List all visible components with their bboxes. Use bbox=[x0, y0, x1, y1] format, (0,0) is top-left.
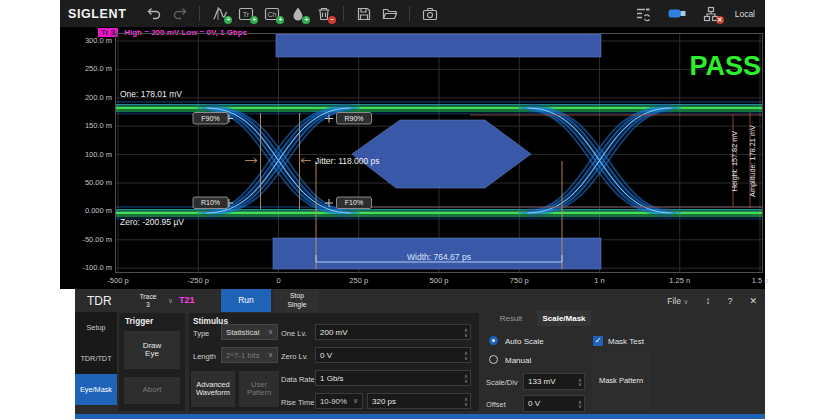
tab-setup[interactable]: Setup bbox=[75, 312, 117, 343]
trace-selector-chevron-icon[interactable]: ∨ bbox=[168, 297, 173, 305]
x-tick-label: 0 bbox=[276, 276, 280, 285]
x-tick-label: 1.25 n bbox=[669, 276, 690, 285]
mask-test-checkbox[interactable]: ✓ bbox=[593, 336, 603, 346]
length-dropdown[interactable]: 2^7-1 bits∨ bbox=[221, 347, 278, 363]
local-status-label: Local bbox=[735, 9, 755, 19]
usb-icon[interactable] bbox=[667, 4, 688, 23]
scale-div-stepper[interactable]: ∧∨ bbox=[578, 377, 582, 386]
lan-icon[interactable]: ✕ bbox=[701, 4, 722, 23]
eye-diagram-plot: F90% R90% R10% F10% One: 178.01 mV Zero:… bbox=[115, 33, 765, 273]
user-pattern-button[interactable]: User Pattern bbox=[239, 371, 279, 407]
rise-time-field[interactable]: 320 ps ∧∨ bbox=[367, 393, 471, 409]
manual-radio[interactable] bbox=[489, 355, 498, 364]
help-icon[interactable]: ? bbox=[727, 296, 732, 306]
rise-time-stepper[interactable]: ∧∨ bbox=[464, 397, 468, 406]
trace-name-label: T21 bbox=[179, 295, 195, 305]
y-tick-label: 150.0 m bbox=[66, 121, 112, 130]
undo-icon[interactable] bbox=[143, 4, 164, 23]
type-dropdown[interactable]: Statistical∨ bbox=[221, 324, 278, 340]
data-rate-field[interactable]: 1 Gb/s ∧∨ bbox=[315, 370, 471, 386]
y-tick-label: -50.00 m bbox=[66, 235, 112, 244]
trace-selector[interactable]: Trace 3 bbox=[131, 290, 165, 311]
auto-scale-radio[interactable] bbox=[489, 336, 498, 345]
mask-top-bar bbox=[276, 34, 601, 57]
stimulus-group: Stimulus Type Statistical∨ One Lv. 200 m… bbox=[189, 313, 479, 411]
scale-div-field[interactable]: 133 mV ∧∨ bbox=[523, 373, 585, 390]
add-channel-icon[interactable]: Ch+ bbox=[261, 4, 282, 23]
x-tick-label: 750 p bbox=[510, 276, 529, 285]
jitter-annotation: Jitter: 118.000 ps bbox=[315, 156, 380, 166]
tab-eye-mask[interactable]: Eye/Mask bbox=[75, 374, 117, 405]
length-label: Length bbox=[193, 352, 216, 361]
pass-result-label: PASS bbox=[689, 51, 761, 81]
close-panel-icon[interactable]: ✕ bbox=[749, 296, 757, 306]
abort-button[interactable]: Abort bbox=[124, 377, 180, 404]
save-icon[interactable] bbox=[353, 4, 374, 23]
x-tick-label: 250 p bbox=[349, 276, 368, 285]
panel-title: TDR bbox=[87, 294, 112, 308]
toolbar: SIGLENT +Tr+Ch++− ✕ Local bbox=[60, 0, 765, 27]
y-tick-label: 0.000 m bbox=[66, 206, 112, 215]
x-tick-label: 500 p bbox=[430, 276, 449, 285]
marker-r90: R90% bbox=[344, 115, 363, 122]
y-tick-label: 250.0 m bbox=[66, 64, 112, 73]
eye-diagram-display: Tr 3 High = 200 mV Low = 0V, 1 Gbps 300.… bbox=[60, 27, 765, 289]
x-tick-label: 1 n bbox=[594, 276, 604, 285]
width-annotation: Width: 764.67 ps bbox=[407, 252, 471, 262]
auto-scale-label: Auto Scale bbox=[505, 337, 544, 346]
y-tick-label: 300.0 m bbox=[66, 36, 112, 45]
one-level-field[interactable]: 200 mV ∧∨ bbox=[315, 324, 471, 340]
amplitude-annotation: Amplitude: 178.21 mV bbox=[748, 125, 757, 197]
trigger-title: Trigger bbox=[125, 316, 153, 326]
offset-field[interactable]: 0 V ∧∨ bbox=[523, 395, 585, 412]
draw-eye-button[interactable]: Draw Eye bbox=[124, 331, 180, 369]
advanced-waveform-button[interactable]: Advanced Waveform bbox=[191, 371, 235, 407]
offset-stepper[interactable]: ∧∨ bbox=[578, 399, 582, 408]
tab-scale-mask[interactable]: Scale/Mask bbox=[537, 310, 591, 326]
scale-div-label: Scale/Div bbox=[486, 378, 518, 387]
marker-r10: R10% bbox=[201, 199, 220, 206]
add-waveform-icon[interactable]: + bbox=[209, 4, 230, 23]
panel-tab-column: Setup TDR/TDT Eye/Mask bbox=[75, 312, 117, 405]
data-rate-stepper[interactable]: ∧∨ bbox=[464, 374, 468, 383]
x-tick-label: -500 p bbox=[107, 276, 128, 285]
display-settings-icon[interactable] bbox=[633, 4, 654, 23]
redo-icon[interactable] bbox=[169, 4, 190, 23]
x-tick-label: 1.5 n bbox=[752, 276, 769, 285]
resize-panel-icon[interactable]: ↕ bbox=[705, 295, 710, 306]
y-tick-label: -100.0 m bbox=[66, 263, 112, 272]
tab-tdr-tdt[interactable]: TDR/TDT bbox=[75, 343, 117, 374]
y-tick-label: 200.0 m bbox=[66, 93, 112, 102]
rise-time-label: Rise Time bbox=[281, 398, 314, 407]
y-tick-label: 50.00 m bbox=[66, 178, 112, 187]
tab-result[interactable]: Result bbox=[487, 310, 535, 326]
run-button[interactable]: Run bbox=[221, 289, 271, 312]
trigger-group: Trigger Draw Eye Abort bbox=[119, 313, 185, 411]
zero-level-annotation: Zero: -200.95 µV bbox=[120, 217, 184, 227]
manual-label: Manual bbox=[505, 356, 531, 365]
file-menu[interactable]: File ∨ bbox=[667, 296, 688, 306]
tdr-control-panel: TDR Trace 3 ∨ T21 Run Stop Single File ∨… bbox=[75, 289, 765, 419]
siglent-logo: SIGLENT bbox=[68, 7, 126, 21]
zero-level-stepper[interactable]: ∧∨ bbox=[464, 351, 468, 360]
zero-level-field[interactable]: 0 V ∧∨ bbox=[315, 347, 471, 363]
mask-pattern-button[interactable]: Mask Pattern bbox=[592, 353, 650, 409]
marker-f10: F10% bbox=[345, 199, 363, 206]
delete-icon[interactable]: − bbox=[313, 4, 334, 23]
add-marker-icon[interactable]: + bbox=[287, 4, 308, 23]
screenshot-icon[interactable] bbox=[419, 4, 440, 23]
rise-time-mode-dropdown[interactable]: 10-90%∨ bbox=[315, 393, 363, 409]
one-level-label: One Lv. bbox=[281, 329, 307, 338]
one-level-annotation: One: 178.01 mV bbox=[120, 89, 182, 99]
offset-label: Offset bbox=[486, 400, 506, 409]
data-rate-label: Data Rate bbox=[281, 375, 315, 384]
zero-level-label: Zero Lv. bbox=[281, 352, 308, 361]
one-level-stepper[interactable]: ∧∨ bbox=[464, 328, 468, 337]
mask-center-hexagon bbox=[352, 120, 531, 188]
marker-f90: F90% bbox=[201, 115, 219, 122]
x-tick-label: -250 p bbox=[188, 276, 209, 285]
open-file-icon[interactable] bbox=[379, 4, 400, 23]
height-annotation: Height: 157.82 mV bbox=[730, 131, 739, 192]
add-trace-icon[interactable]: Tr+ bbox=[235, 4, 256, 23]
stop-single-button[interactable]: Stop Single bbox=[275, 289, 319, 312]
